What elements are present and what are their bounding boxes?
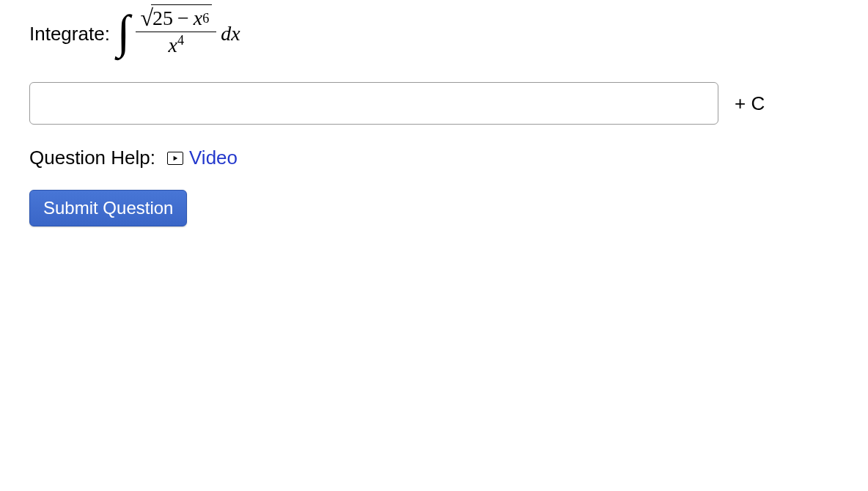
sqrt-icon: √ (140, 6, 153, 32)
sqrt: √ 25 − x6 (140, 4, 212, 30)
video-link[interactable]: Video (167, 147, 238, 169)
answer-row: + C (29, 82, 839, 125)
exp-den: 4 (177, 33, 184, 48)
fraction: √ 25 − x6 x4 (136, 4, 216, 57)
var-x-num: x (194, 7, 202, 30)
denominator: x4 (166, 32, 188, 57)
constant-label: + C (735, 92, 765, 115)
prompt-label: Integrate: (29, 23, 110, 45)
integral-sign-icon: ∫ (117, 9, 130, 56)
help-label: Question Help: (29, 147, 155, 169)
minus-sign: − (177, 7, 189, 30)
video-label: Video (189, 147, 238, 169)
math-expression: ∫ √ 25 − x6 x4 dx (117, 7, 240, 60)
const-a: 25 (152, 7, 173, 30)
svg-marker-0 (174, 155, 178, 160)
submit-button[interactable]: Submit Question (29, 190, 187, 226)
video-play-icon (167, 152, 183, 165)
sqrt-content: 25 − x6 (151, 4, 212, 30)
question-row: Integrate: ∫ √ 25 − x6 x4 dx (29, 7, 839, 60)
dx: dx (221, 22, 240, 45)
answer-input[interactable] (29, 82, 718, 125)
var-x-den: x (169, 34, 177, 56)
numerator: √ 25 − x6 (136, 4, 216, 32)
help-row: Question Help: Video (29, 147, 839, 169)
